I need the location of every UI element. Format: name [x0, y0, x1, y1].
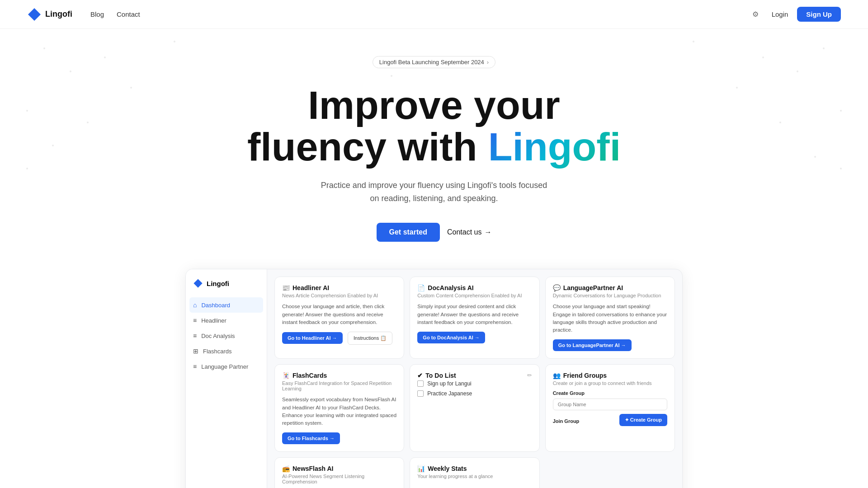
- hero-buttons: Get started Contact us →: [377, 223, 492, 242]
- headliner-instructions-button[interactable]: Instructions 📋: [348, 332, 392, 345]
- hero-title: Improve your fluency with Lingofi: [247, 84, 621, 168]
- radio-icon: 📻: [282, 465, 290, 472]
- flashcards-body: Seamlessly export vocabulary from NewsFl…: [282, 396, 396, 427]
- partner-icon: ≡: [193, 363, 197, 370]
- docanalysis-subtitle: Custom Content Comprehension Enabled by …: [417, 293, 532, 298]
- group-icon: 👥: [553, 372, 561, 379]
- check-icon: ✔: [417, 372, 423, 379]
- hero-title-line2-plain: fluency with: [247, 124, 488, 169]
- todo-label-1: Sign up for Langui: [427, 380, 471, 387]
- contact-us-button[interactable]: Contact us →: [447, 228, 491, 236]
- hero-section: Lingofi Beta Launching September 2024 › …: [0, 29, 868, 260]
- todo-checkbox-2[interactable]: [417, 390, 424, 397]
- svg-marker-1: [193, 279, 202, 288]
- contact-us-label: Contact us: [447, 228, 481, 236]
- headliner-icon: ≡: [193, 317, 197, 324]
- navbar: Lingofi Blog Contact ⚙ Login Sign Up: [0, 0, 868, 29]
- contact-arrow-icon: →: [484, 228, 491, 236]
- navbar-logo[interactable]: Lingofi: [27, 7, 72, 22]
- sidebar-item-flashcards[interactable]: ⊞ Flashcards: [186, 343, 267, 359]
- doc-icon: ≡: [193, 332, 197, 339]
- flashcards-title: 🃏 FlashCards: [282, 372, 396, 379]
- logo-icon: [27, 7, 42, 22]
- signup-button[interactable]: Sign Up: [797, 7, 841, 22]
- edit-icon[interactable]: ✏: [527, 372, 532, 379]
- beta-badge[interactable]: Lingofi Beta Launching September 2024 ›: [373, 56, 495, 68]
- hero-title-line1: Improve your: [308, 83, 560, 127]
- newsflash-subtitle: AI-Powered News Segment Listening Compre…: [282, 474, 396, 484]
- app-preview: Lingofi ⌂ Dashboard ≡ Headliner ≡ Doc An…: [185, 269, 683, 488]
- stats-icon: 📊: [417, 465, 425, 472]
- doc-icon: 📄: [417, 284, 425, 291]
- create-group-button[interactable]: ✦ Create Group: [619, 414, 667, 426]
- sidebar-logo: Lingofi: [186, 278, 267, 297]
- flashcards-goto-button[interactable]: Go to Flashcards →: [282, 432, 340, 444]
- sidebar-item-label: Dashboard: [201, 302, 230, 309]
- sidebar-item-docanalysis[interactable]: ≡ Doc Analysis: [186, 328, 267, 343]
- sidebar-item-label: Language Partner: [201, 363, 248, 370]
- nav-blog[interactable]: Blog: [90, 10, 104, 18]
- navbar-right: ⚙ Login Sign Up: [748, 7, 841, 22]
- app-main: 📰 Headliner AI News Article Comprehensio…: [267, 269, 682, 488]
- todo-item-2: Practice Japanese: [417, 390, 532, 397]
- get-started-button[interactable]: Get started: [377, 223, 440, 242]
- sidebar-item-label: Headliner: [201, 317, 226, 324]
- login-button[interactable]: Login: [772, 10, 788, 18]
- headliner-title: 📰 Headliner AI: [282, 284, 396, 291]
- sidebar-item-headliner[interactable]: ≡ Headliner: [186, 313, 267, 328]
- hero-title-brand: Lingofi: [488, 124, 621, 169]
- sidebar-item-label: Flashcards: [203, 348, 232, 355]
- group-name-input[interactable]: [553, 399, 667, 410]
- home-icon: ⌂: [193, 301, 197, 309]
- flashcards-subtitle: Easy FlashCard Integration for Spaced Re…: [282, 380, 396, 391]
- newsflash-card: 📻 NewsFlash AI AI-Powered News Segment L…: [274, 457, 404, 488]
- friend-groups-subtitle: Create or join a group to connect with f…: [553, 380, 667, 386]
- todo-title: ✔ To Do List: [417, 372, 456, 379]
- todo-card: ✔ To Do List ✏ Sign up for Langui Practi…: [410, 364, 539, 452]
- headliner-body: Choose your language and article, then c…: [282, 303, 396, 326]
- flashcard-icon: ⊞: [193, 347, 198, 355]
- headliner-goto-button[interactable]: Go to Headliner AI →: [282, 332, 343, 344]
- sidebar-item-language-partner[interactable]: ≡ Language Partner: [186, 359, 267, 374]
- hero-subtitle: Practice and improve your fluency using …: [316, 179, 552, 205]
- weekly-stats-title: 📊 Weekly Stats: [417, 465, 532, 472]
- newsflash-title: 📻 NewsFlash AI: [282, 465, 396, 472]
- headliner-subtitle: News Article Comprehension Enabled by AI: [282, 293, 396, 298]
- docanalysis-goto-button[interactable]: Go to DocAnalysis AI →: [417, 332, 485, 343]
- language-partner-subtitle: Dynamic Conversations for Language Produ…: [553, 293, 667, 298]
- headliner-card: 📰 Headliner AI News Article Comprehensio…: [274, 277, 404, 359]
- navbar-logo-text: Lingofi: [45, 9, 72, 19]
- headliner-icon: 📰: [282, 284, 290, 291]
- language-partner-goto-button[interactable]: Go to LanguagePartner AI →: [553, 339, 632, 351]
- todo-label-2: Practice Japanese: [427, 390, 472, 397]
- weekly-stats-card: 📊 Weekly Stats Your learning progress at…: [410, 457, 539, 488]
- language-partner-card: 💬 LanguagePartner AI Dynamic Conversatio…: [545, 277, 675, 359]
- beta-badge-arrow-icon: ›: [487, 59, 489, 66]
- navbar-links: Blog Contact: [90, 10, 748, 18]
- flashcard-icon: 🃏: [282, 372, 290, 379]
- sidebar-logo-text: Lingofi: [207, 280, 229, 287]
- friend-groups-card: 👥 Friend Groups Create or join a group t…: [545, 364, 675, 452]
- language-partner-title: 💬 LanguagePartner AI: [553, 284, 667, 291]
- todo-header: ✔ To Do List ✏: [417, 372, 532, 380]
- weekly-stats-subtitle: Your learning progress at a glance: [417, 474, 532, 479]
- docanalysis-title: 📄 DocAnalysis AI: [417, 284, 532, 291]
- todo-item-1: Sign up for Langui: [417, 380, 532, 387]
- sidebar-item-dashboard[interactable]: ⌂ Dashboard: [189, 297, 263, 313]
- docanalysis-card: 📄 DocAnalysis AI Custom Content Comprehe…: [410, 277, 539, 359]
- friend-groups-title: 👥 Friend Groups: [553, 372, 667, 379]
- app-preview-wrapper: Lingofi ⌂ Dashboard ≡ Headliner ≡ Doc An…: [0, 260, 868, 488]
- nav-contact[interactable]: Contact: [117, 10, 140, 18]
- sidebar-logo-icon: [193, 278, 203, 288]
- docanalysis-body: Simply input your desired content and cl…: [417, 303, 532, 326]
- svg-marker-0: [28, 8, 41, 21]
- beta-badge-text: Lingofi Beta Launching September 2024: [379, 59, 484, 66]
- todo-checkbox-1[interactable]: [417, 380, 424, 387]
- create-group-label: Create Group: [553, 390, 667, 396]
- app-sidebar: Lingofi ⌂ Dashboard ≡ Headliner ≡ Doc An…: [186, 269, 267, 488]
- flashcards-card: 🃏 FlashCards Easy FlashCard Integration …: [274, 364, 404, 452]
- sidebar-item-label: Doc Analysis: [201, 333, 235, 339]
- settings-icon[interactable]: ⚙: [748, 7, 763, 22]
- language-partner-body: Choose your language and start speaking!…: [553, 303, 667, 334]
- chat-icon: 💬: [553, 284, 561, 291]
